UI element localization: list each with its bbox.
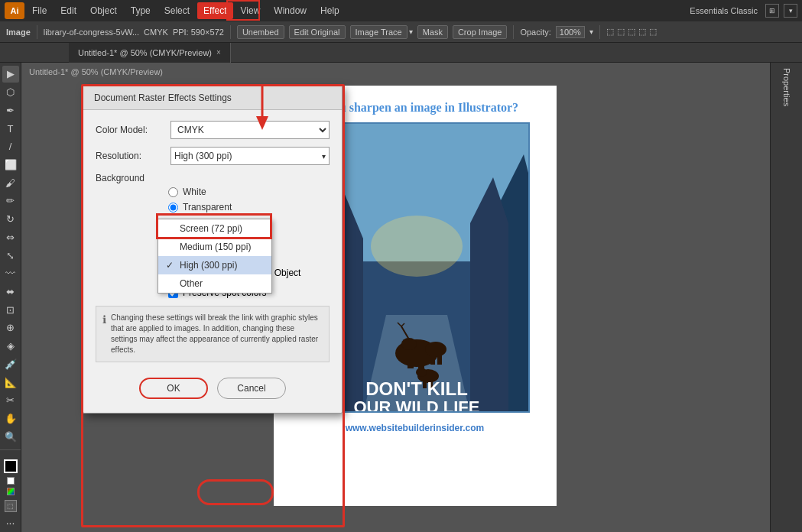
eyedropper-tool[interactable]: 💉 <box>2 356 19 373</box>
pencil-tool[interactable]: ✏ <box>2 193 19 209</box>
separator-3 <box>513 25 514 39</box>
zoom-tool[interactable]: 🔍 <box>2 428 19 445</box>
transparent-label[interactable]: Transparent <box>183 202 232 212</box>
scale-tool[interactable]: ⤡ <box>2 247 19 264</box>
slice-tool[interactable]: ✂ <box>2 392 19 409</box>
tools-sidebar: ▶ ⬡ ✒ T / ⬜ 🖌 ✏ ↻ ⇔ ⤡ 〰 ⬌ ⊡ ⊕ ◈ 💉 📐 ✂ ✋ … <box>0 63 21 532</box>
menu-object[interactable]: Object <box>84 2 123 19</box>
ok-button[interactable]: OK <box>139 378 208 399</box>
resolution-dropdown[interactable]: High (300 ppi) ▾ <box>170 147 330 165</box>
more-tools[interactable]: ··· <box>6 517 15 529</box>
gradient-tool[interactable]: ◈ <box>2 338 19 355</box>
resolution-value: High (300 ppi) <box>174 151 232 161</box>
color-model-select[interactable]: CMYK RGB Grayscale Bitmap <box>170 121 330 139</box>
edit-original-button[interactable]: Edit Original <box>289 25 346 39</box>
menu-view[interactable]: View <box>235 2 267 19</box>
svg-point-15 <box>401 338 417 350</box>
mirror-tool[interactable]: ⇔ <box>2 229 19 245</box>
dialog-buttons: OK Cancel <box>96 370 330 402</box>
hand-tool[interactable]: ✋ <box>2 410 19 427</box>
info-box: ℹ Changing these settings will break the… <box>96 306 330 362</box>
white-radio-row: White <box>168 187 330 197</box>
resolution-row: Resolution: High (300 ppi) ▾ <box>96 147 330 165</box>
warp-tool[interactable]: 〰 <box>2 265 19 282</box>
width-tool[interactable]: ⬌ <box>2 284 19 300</box>
stroke-color[interactable] <box>7 477 15 485</box>
dropdown-item-other[interactable]: Other <box>158 274 271 293</box>
shape-builder-tool[interactable]: ⊕ <box>2 320 19 336</box>
main-area: ▶ ⬡ ✒ T / ⬜ 🖌 ✏ ↻ ⇔ ⤡ 〰 ⬌ ⊡ ⊕ ◈ 💉 📐 ✂ ✋ … <box>0 63 802 532</box>
right-sidebar: Properties <box>770 63 802 532</box>
dropdown-item-screen[interactable]: Screen (72 ppi) <box>158 219 271 238</box>
screen-label: Screen (72 ppi) <box>180 223 242 234</box>
menu-edit[interactable]: Edit <box>54 2 83 19</box>
background-section: Background White Transparent <box>96 173 330 212</box>
tab-title: Untitled-1* @ 50% (CMYK/Preview) <box>78 48 212 57</box>
opacity-label: Opacity: <box>520 28 550 37</box>
opacity-expand-icon[interactable]: ▾ <box>589 28 593 36</box>
cancel-button[interactable]: Cancel <box>217 378 286 399</box>
image-trace-button[interactable]: Image Trace <box>350 25 407 39</box>
svg-point-12 <box>425 342 446 357</box>
dialog-title: Document Raster Effects Settings <box>83 86 342 110</box>
arrange-icon[interactable]: ▾ <box>784 4 797 18</box>
color-model-select-wrapper: CMYK RGB Grayscale Bitmap <box>170 121 330 139</box>
color-icon[interactable] <box>7 488 15 495</box>
dropdown-item-high[interactable]: ✓ High (300 ppi) <box>158 256 271 274</box>
rect-tool[interactable]: ⬜ <box>2 157 19 174</box>
color-model-label: Color Model: <box>96 125 164 135</box>
draw-mode[interactable]: ⬚ <box>5 500 17 512</box>
resolution-dropdown-popup: Screen (72 ppi) Medium (150 ppi) ✓ High … <box>157 219 272 294</box>
tab-close-icon[interactable]: × <box>216 48 221 57</box>
menu-help[interactable]: Help <box>314 2 346 19</box>
background-label: Background <box>96 173 164 183</box>
image-trace-dropdown-icon[interactable]: ▾ <box>409 28 413 36</box>
pen-tool[interactable]: ✒ <box>2 102 19 118</box>
high-checkmark: ✓ <box>166 260 177 271</box>
resolution-label: Resolution: <box>96 151 164 161</box>
info-text: Changing these settings will break the l… <box>111 313 323 355</box>
paintbrush-tool[interactable]: 🖌 <box>2 174 19 191</box>
mask-button[interactable]: Mask <box>417 25 448 39</box>
svg-rect-11 <box>418 345 424 368</box>
svg-rect-13 <box>430 345 435 365</box>
ai-logo-icon: Ai <box>5 2 24 19</box>
menu-select[interactable]: Select <box>158 2 196 19</box>
white-label[interactable]: White <box>183 187 206 197</box>
content-area: Untitled-1* @ 50% (CMYK/Preview) do you … <box>21 63 770 532</box>
right-panel-label: Properties <box>782 66 791 109</box>
document-tab[interactable]: Untitled-1* @ 50% (CMYK/Preview) × <box>69 43 231 63</box>
free-transform-tool[interactable]: ⊡ <box>2 301 19 318</box>
line-tool[interactable]: / <box>2 138 19 155</box>
rotate-tool[interactable]: ↻ <box>2 211 19 228</box>
direct-selection-tool[interactable]: ⬡ <box>2 84 19 101</box>
svg-text:OUR WILD LIFE: OUR WILD LIFE <box>353 397 479 413</box>
transform-controls[interactable]: ⬚⬚⬚⬚⬚ <box>606 27 657 37</box>
menu-file[interactable]: File <box>26 2 53 19</box>
selection-tool[interactable]: ▶ <box>2 66 19 83</box>
menu-effect[interactable]: Effect <box>197 2 232 19</box>
info-icon: ℹ <box>102 313 106 355</box>
menu-window[interactable]: Window <box>268 2 313 19</box>
unembed-button[interactable]: Unembed <box>237 25 284 39</box>
type-tool[interactable]: T <box>2 120 19 137</box>
tool-separator <box>0 449 21 454</box>
tab-bar: Untitled-1* @ 50% (CMYK/Preview) × <box>0 43 802 63</box>
ppi-label: PPI: 590×572 <box>173 28 224 37</box>
background-label-row: Background <box>96 173 330 183</box>
transparent-radio-row: Transparent <box>168 202 330 212</box>
dropdown-item-medium[interactable]: Medium (150 ppi) <box>158 238 271 256</box>
crop-image-button[interactable]: Crop Image <box>453 25 507 39</box>
workspace-icon[interactable]: ⊞ <box>765 4 779 18</box>
menu-type[interactable]: Type <box>125 2 157 19</box>
white-radio[interactable] <box>168 187 178 197</box>
fill-color[interactable] <box>4 459 18 473</box>
resolution-select-wrapper: High (300 ppi) ▾ <box>170 147 330 165</box>
transparent-radio[interactable] <box>168 203 178 212</box>
measure-tool[interactable]: 📐 <box>2 374 19 391</box>
opacity-value[interactable]: 100% <box>556 26 585 38</box>
file-name: library-of-congress-5vW... <box>44 28 139 37</box>
svg-point-6 <box>371 216 463 277</box>
medium-label: Medium (150 ppi) <box>180 242 251 252</box>
other-label: Other <box>180 278 203 289</box>
